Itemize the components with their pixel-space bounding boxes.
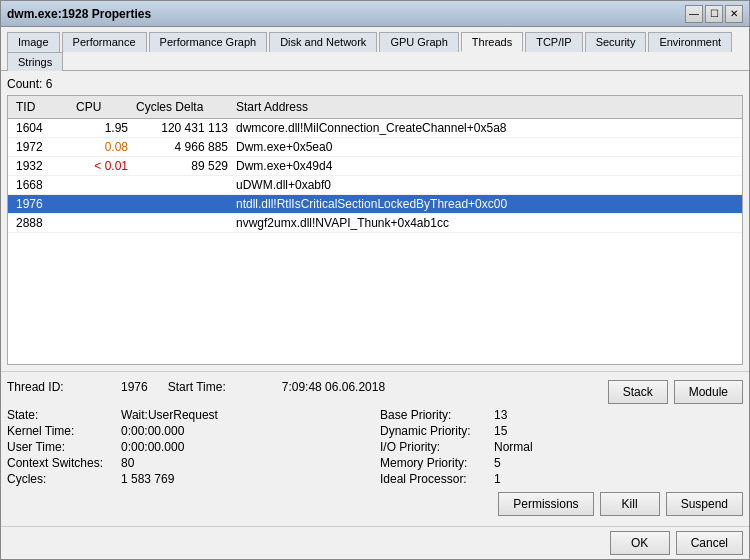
start-time-item: Start Time: 7:09:48 06.06.2018 (168, 380, 385, 404)
cycles-value: 1 583 769 (121, 472, 174, 486)
cycles-label: Cycles: (7, 472, 117, 486)
kernel-time-label: Kernel Time: (7, 424, 117, 438)
memory-priority-item: Memory Priority: 5 (380, 456, 743, 470)
cell-cycles (132, 196, 232, 212)
cell-tid: 1668 (12, 177, 72, 193)
cell-tid: 1976 (12, 196, 72, 212)
table-row[interactable]: 1976 ntdll.dll!RtlIsCriticalSectionLocke… (8, 195, 742, 214)
table-row[interactable]: 1668 uDWM.dll+0xabf0 (8, 176, 742, 195)
cell-tid: 2888 (12, 215, 72, 231)
cell-cycles: 89 529 (132, 158, 232, 174)
ok-button[interactable]: OK (610, 531, 670, 555)
table-row[interactable]: 2888 nvwgf2umx.dll!NVAPI_Thunk+0x4ab1cc (8, 214, 742, 233)
kernel-time-value: 0:00:00.000 (121, 424, 184, 438)
user-time-value: 0:00:00.000 (121, 440, 184, 454)
ideal-processor-label: Ideal Processor: (380, 472, 490, 486)
tab-environment[interactable]: Environment (648, 32, 732, 52)
tab-strings[interactable]: Strings (7, 52, 63, 71)
header-cycles: Cycles Delta (132, 98, 232, 116)
cell-cycles (132, 215, 232, 231)
dynamic-priority-value: 15 (494, 424, 507, 438)
suspend-button[interactable]: Suspend (666, 492, 743, 516)
cycles-item: Cycles: 1 583 769 (7, 472, 370, 486)
cell-address: Dwm.exe+0x5ea0 (232, 139, 738, 155)
state-label: State: (7, 408, 117, 422)
details-area: Thread ID: 1976 Start Time: 7:09:48 06.0… (1, 371, 749, 526)
table-row[interactable]: 1972 0.08 4 966 885 Dwm.exe+0x5ea0 (8, 138, 742, 157)
memory-priority-label: Memory Priority: (380, 456, 490, 470)
permissions-button[interactable]: Permissions (498, 492, 593, 516)
header-cpu: CPU (72, 98, 132, 116)
minimize-button[interactable]: — (685, 5, 703, 23)
start-time-value: 7:09:48 06.06.2018 (282, 380, 385, 404)
tabs-container: Image Performance Performance Graph Disk… (1, 27, 749, 71)
thread-id-label: Thread ID: (7, 380, 117, 404)
table-body: 1604 1.95 120 431 113 dwmcore.dll!MilCon… (8, 119, 742, 361)
cell-address: nvwgf2umx.dll!NVAPI_Thunk+0x4ab1cc (232, 215, 738, 231)
table-row[interactable]: 1932 < 0.01 89 529 Dwm.exe+0x49d4 (8, 157, 742, 176)
kill-button[interactable]: Kill (600, 492, 660, 516)
table-row[interactable]: 1604 1.95 120 431 113 dwmcore.dll!MilCon… (8, 119, 742, 138)
window-title: dwm.exe:1928 Properties (7, 7, 151, 21)
user-time-item: User Time: 0:00:00.000 (7, 440, 370, 454)
action-buttons-row: Permissions Kill Suspend (7, 492, 743, 516)
close-button[interactable]: ✕ (725, 5, 743, 23)
tab-performance-graph[interactable]: Performance Graph (149, 32, 268, 52)
tab-threads[interactable]: Threads (461, 32, 523, 52)
details-grid: State: Wait:UserRequest Base Priority: 1… (7, 408, 743, 486)
ideal-processor-value: 1 (494, 472, 501, 486)
memory-priority-value: 5 (494, 456, 501, 470)
cell-address: Dwm.exe+0x49d4 (232, 158, 738, 174)
tab-tcp-ip[interactable]: TCP/IP (525, 32, 582, 52)
cancel-button[interactable]: Cancel (676, 531, 743, 555)
cell-tid: 1972 (12, 139, 72, 155)
main-window: dwm.exe:1928 Properties — ☐ ✕ Image Perf… (0, 0, 750, 560)
count-row: Count: 6 (7, 77, 743, 91)
tab-security[interactable]: Security (585, 32, 647, 52)
ideal-processor-item: Ideal Processor: 1 (380, 472, 743, 486)
cell-tid: 1932 (12, 158, 72, 174)
cell-address: uDWM.dll+0xabf0 (232, 177, 738, 193)
state-value: Wait:UserRequest (121, 408, 218, 422)
base-priority-item: Base Priority: 13 (380, 408, 743, 422)
top-action-buttons: Stack Module (608, 380, 743, 404)
content-area: Count: 6 TID CPU Cycles Delta Start Addr… (1, 71, 749, 371)
tab-disk-network[interactable]: Disk and Network (269, 32, 377, 52)
dynamic-priority-item: Dynamic Priority: 15 (380, 424, 743, 438)
io-priority-item: I/O Priority: Normal (380, 440, 743, 454)
title-bar: dwm.exe:1928 Properties — ☐ ✕ (1, 1, 749, 27)
cell-cpu (72, 215, 132, 231)
header-address: Start Address (232, 98, 738, 116)
cell-cpu (72, 196, 132, 212)
cell-address: dwmcore.dll!MilConnection_CreateChannel+… (232, 120, 738, 136)
count-value: 6 (46, 77, 53, 91)
base-priority-value: 13 (494, 408, 507, 422)
tab-performance[interactable]: Performance (62, 32, 147, 52)
io-priority-value: Normal (494, 440, 533, 454)
base-priority-label: Base Priority: (380, 408, 490, 422)
cell-cycles: 4 966 885 (132, 139, 232, 155)
tab-gpu-graph[interactable]: GPU Graph (379, 32, 458, 52)
cell-address: ntdll.dll!RtlIsCriticalSectionLockedByTh… (232, 196, 738, 212)
stack-button[interactable]: Stack (608, 380, 668, 404)
start-time-label: Start Time: (168, 380, 278, 404)
cell-cycles (132, 177, 232, 193)
cell-cpu: 0.08 (72, 139, 132, 155)
module-button[interactable]: Module (674, 380, 743, 404)
cell-cpu: 1.95 (72, 120, 132, 136)
state-item: State: Wait:UserRequest (7, 408, 370, 422)
cell-tid: 1604 (12, 120, 72, 136)
cell-cpu (72, 177, 132, 193)
dynamic-priority-label: Dynamic Priority: (380, 424, 490, 438)
context-switches-item: Context Switches: 80 (7, 456, 370, 470)
io-priority-label: I/O Priority: (380, 440, 490, 454)
thread-id-value: 1976 (121, 380, 148, 404)
context-switches-label: Context Switches: (7, 456, 117, 470)
user-time-label: User Time: (7, 440, 117, 454)
thread-id-item: Thread ID: 1976 (7, 380, 148, 404)
context-switches-value: 80 (121, 456, 134, 470)
window-controls: — ☐ ✕ (685, 5, 743, 23)
bottom-buttons: OK Cancel (1, 526, 749, 559)
tab-image[interactable]: Image (7, 32, 60, 52)
maximize-button[interactable]: ☐ (705, 5, 723, 23)
